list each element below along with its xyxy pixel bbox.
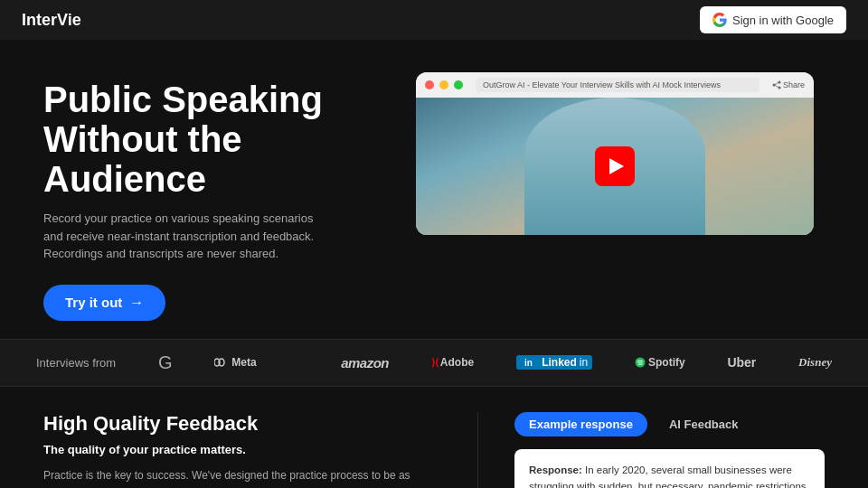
logo-meta: Meta	[214, 356, 256, 369]
video-title-bar: OutGrow AI - Elevate Your Interview Skil…	[476, 78, 760, 92]
google-icon	[712, 13, 727, 27]
logo-disney: Disney	[798, 355, 832, 370]
navbar: InterVie Sign in with Google	[0, 0, 868, 40]
vertical-divider	[477, 412, 478, 489]
sign-in-button[interactable]: Sign in with Google	[700, 6, 846, 33]
response-label: Response:	[529, 465, 582, 475]
content-section: High Quality Feedback The quality of you…	[0, 387, 868, 489]
logo-uber: Uber	[727, 355, 756, 370]
logo-amazon: amazon	[341, 355, 389, 371]
svg-line-3	[774, 82, 779, 85]
body-paragraph-1: Practice is the key to success. We've de…	[43, 467, 441, 489]
video-content[interactable]	[416, 98, 814, 235]
logo-adobe: ⟩⟨ Adobe	[431, 356, 474, 369]
section-subtitle: The quality of your practice matters.	[43, 443, 441, 456]
hero-subtitle: Record your practice on various speaking…	[43, 210, 315, 263]
play-button[interactable]	[595, 146, 635, 186]
sign-in-label: Sign in with Google	[732, 14, 834, 27]
tab-row: Example response AI Feedback	[514, 412, 825, 436]
video-title-text: OutGrow AI - Elevate Your Interview Skil…	[483, 80, 721, 89]
video-card: OutGrow AI - Elevate Your Interview Skil…	[416, 72, 814, 235]
spotify-icon	[635, 357, 646, 368]
logo: InterVie	[22, 11, 81, 30]
window-dot-green	[454, 80, 463, 89]
share-button[interactable]: Share	[772, 80, 805, 89]
logos-bar: Interviews from G Meta amazon ⟩⟨ Adobe i…	[0, 339, 868, 387]
right-panel: Example response AI Feedback Response: I…	[514, 412, 825, 489]
logo-linkedin: in Linkedin	[516, 355, 592, 370]
hero-section: Public Speaking Without the Audience Rec…	[0, 40, 868, 339]
response-card: Response: In early 2020, several small b…	[514, 449, 825, 489]
share-icon	[772, 80, 781, 89]
tab-ai-feedback[interactable]: AI Feedback	[655, 412, 753, 436]
logo-spotify: Spotify	[635, 356, 685, 369]
window-dot-yellow	[439, 80, 448, 89]
left-panel: High Quality Feedback The quality of you…	[43, 412, 441, 489]
section-title: High Quality Feedback	[43, 412, 441, 436]
window-dot-red	[425, 80, 434, 89]
logos-label: Interviews from	[36, 356, 116, 370]
arrow-icon: →	[129, 295, 144, 311]
try-it-out-button[interactable]: Try it out →	[43, 285, 165, 321]
play-icon	[609, 158, 624, 174]
hero-title: Public Speaking Without the Audience	[43, 80, 387, 199]
meta-icon	[214, 358, 229, 367]
logo-google: G	[158, 352, 173, 373]
hero-text-block: Public Speaking Without the Audience Rec…	[43, 72, 387, 321]
tab-example-response[interactable]: Example response	[514, 412, 647, 436]
svg-line-4	[774, 85, 779, 88]
video-topbar: OutGrow AI - Elevate Your Interview Skil…	[416, 72, 814, 98]
